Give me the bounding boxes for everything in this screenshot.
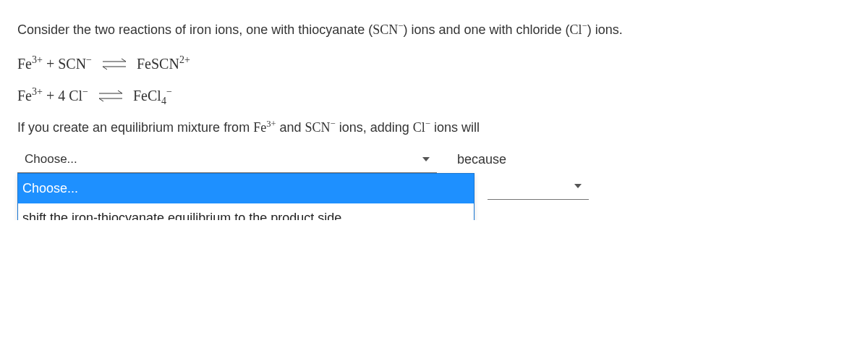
between-text: because <box>457 150 506 169</box>
intro-text: Consider the two reactions of iron ions,… <box>17 20 851 40</box>
answer-select-1-value: Choose... <box>25 150 77 169</box>
equilibrium-arrows-icon <box>100 59 129 72</box>
intro-part1: Consider the two reactions of iron ions,… <box>17 22 373 37</box>
equation-1: Fe3+ + SCN− FeSCN2+ <box>17 53 851 75</box>
dropdown-option-placeholder[interactable]: Choose... <box>18 174 474 203</box>
species-cl: Cl− <box>570 22 587 37</box>
chevron-down-icon <box>422 157 430 161</box>
question-prompt: If you create an equilibrium mixture fro… <box>17 118 851 138</box>
intro-part2: ) ions and one with chloride ( <box>403 22 569 37</box>
equation-2: Fe3+ + 4 Cl− FeCl4− <box>17 85 851 106</box>
answer-select-2[interactable] <box>488 173 589 200</box>
dropdown-option-product-side[interactable]: shift the iron-thiocyanate equilibrium t… <box>18 203 474 220</box>
chevron-down-icon <box>574 184 582 188</box>
equilibrium-arrows-icon <box>96 90 125 104</box>
intro-part3: ) ions. <box>587 22 623 37</box>
species-scn: SCN− <box>373 22 403 37</box>
answer-select-1-listbox[interactable]: Choose... shift the iron-thiocyanate equ… <box>17 173 475 220</box>
answer-select-1[interactable]: Choose... <box>17 146 437 173</box>
